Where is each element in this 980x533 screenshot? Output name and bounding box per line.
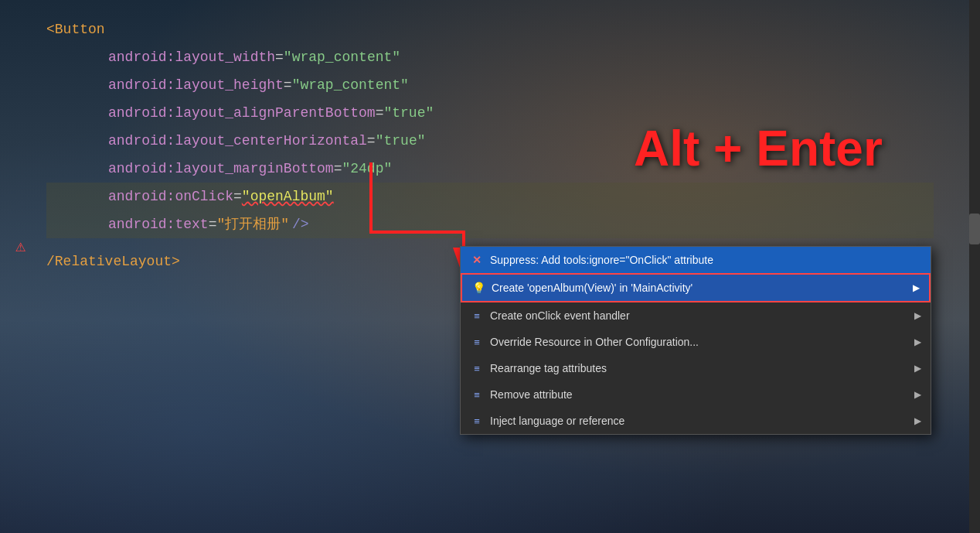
- code-value-center-horiz: "true": [376, 127, 426, 155]
- submenu-arrow-override: ▶: [914, 337, 921, 347]
- error-icon: ⚠: [15, 236, 26, 257]
- wrench-icon-1: ≡: [470, 309, 484, 323]
- code-line-button: <Button: [46, 15, 934, 43]
- code-line-layout-width: android:layout_width="wrap_content": [46, 43, 934, 71]
- wrench-icon-5: ≡: [470, 414, 484, 428]
- code-value-layout-width: "wrap_content": [284, 43, 400, 71]
- code-attr-margin-bottom: android:layout_marginBottom: [108, 155, 334, 183]
- scrollbar-thumb[interactable]: [969, 214, 980, 244]
- dropdown-item-remove-attr[interactable]: ≡ Remove attribute ▶: [461, 381, 931, 408]
- code-attr-onclick: android:onClick: [108, 183, 233, 210]
- code-line-layout-height: android:layout_height="wrap_content": [46, 71, 934, 99]
- bulb-icon: 💡: [471, 281, 485, 295]
- submenu-arrow-inject: ▶: [914, 415, 921, 426]
- editor-scrollbar[interactable]: [969, 0, 980, 533]
- dropdown-item-override-resource[interactable]: ≡ Override Resource in Other Configurati…: [461, 329, 931, 355]
- submenu-arrow-remove: ▶: [914, 389, 921, 400]
- code-value-onclick: "openAlbum": [242, 183, 334, 210]
- submenu-arrow-rearrange: ▶: [914, 363, 921, 374]
- code-value-align-parent: "true": [383, 99, 434, 127]
- remove-attr-text: Remove attribute: [490, 388, 908, 401]
- dropdown-item-rearrange[interactable]: ≡ Rearrange tag attributes ▶: [461, 355, 931, 381]
- code-line-text: android:text="打开相册"/>: [46, 210, 934, 238]
- wrench-icon-2: ≡: [470, 335, 484, 349]
- suppress-item-text: Suppress: Add tools:ignore="OnClick" att…: [490, 254, 921, 266]
- submenu-arrow-onclick: ▶: [914, 310, 921, 321]
- inject-language-text: Inject language or reference: [490, 415, 908, 427]
- code-attr-layout-height: android:layout_height: [108, 71, 284, 99]
- dropdown-item-inject-language[interactable]: ≡ Inject language or reference ▶: [461, 408, 931, 434]
- dropdown-item-create-onclick[interactable]: ≡ Create onClick event handler ▶: [461, 302, 931, 329]
- rearrange-text: Rearrange tag attributes: [490, 362, 908, 374]
- code-line-onclick: android:onClick="openAlbum": [46, 183, 934, 210]
- code-attr-text: android:text: [108, 210, 209, 238]
- dropdown-item-suppress[interactable]: ✕ Suppress: Add tools:ignore="OnClick" a…: [461, 247, 931, 273]
- create-onclick-text: Create onClick event handler: [490, 309, 908, 322]
- code-attr-align-parent: android:layout_alignParentBottom: [108, 99, 376, 127]
- code-value-margin-bottom: "24dp": [342, 155, 392, 183]
- code-self-close: />: [292, 210, 309, 238]
- context-menu-dropdown: ✕ Suppress: Add tools:ignore="OnClick" a…: [460, 246, 931, 435]
- code-tag-open: <: [46, 15, 55, 43]
- code-value-layout-height: "wrap_content": [292, 71, 409, 99]
- wrench-icon-3: ≡: [470, 361, 484, 375]
- wrench-icon-4: ≡: [470, 388, 484, 401]
- code-value-text-chinese: "打开相册": [216, 210, 289, 238]
- dropdown-item-create-method[interactable]: 💡 Create 'openAlbum(View)' in 'MainActiv…: [461, 273, 931, 302]
- code-attr-center-horiz: android:layout_centerHorizontal: [108, 127, 367, 155]
- create-method-text: Create 'openAlbum(View)' in 'MainActivit…: [492, 282, 907, 294]
- suppress-x-icon: ✕: [470, 253, 484, 267]
- alt-enter-label: Alt + Enter: [634, 120, 883, 177]
- code-attr-layout-width: android:layout_width: [108, 43, 275, 71]
- code-tag-name: Button: [55, 15, 105, 43]
- override-resource-text: Override Resource in Other Configuration…: [490, 336, 908, 348]
- code-closing-tag: /RelativeLayout>: [46, 248, 180, 275]
- submenu-arrow-create-method: ▶: [913, 282, 920, 293]
